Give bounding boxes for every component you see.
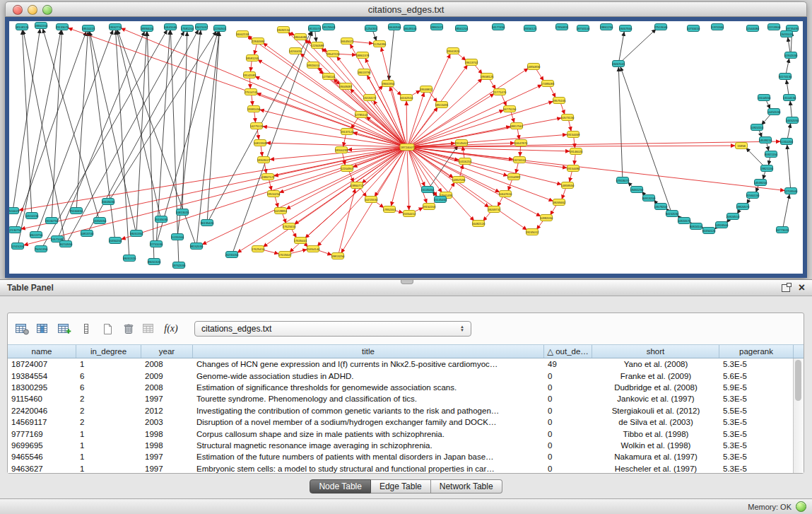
network-node[interactable]: 13104130 [783, 95, 796, 101]
network-node[interactable]: 19575165 [553, 98, 566, 104]
network-node[interactable]: 10510130 [25, 213, 39, 219]
table-row[interactable]: 946554611997Estimation of the future num… [8, 451, 793, 462]
network-node[interactable]: 19245012 [526, 229, 539, 235]
network-node[interactable]: 16002159 [236, 31, 249, 37]
table-row[interactable]: 1872400712008Changes of HCN gene express… [8, 358, 793, 370]
network-node[interactable]: 10753410 [687, 25, 700, 32]
network-node[interactable]: 27514741 [245, 89, 258, 95]
network-node[interactable]: 86135420 [201, 220, 214, 226]
network-node[interactable]: 13104550 [758, 95, 771, 101]
table-mode-icon[interactable] [13, 320, 32, 337]
network-node[interactable]: 19467940 [619, 25, 632, 32]
network-node[interactable]: 12260501 [213, 25, 227, 32]
network-node[interactable]: 14859550 [561, 182, 575, 189]
network-node[interactable]: 14539210 [759, 137, 772, 144]
network-node[interactable]: 11220100 [171, 234, 184, 240]
new-column-icon[interactable] [56, 320, 74, 337]
network-node[interactable]: 14452030 [767, 109, 781, 115]
network-node[interactable]: 10982050 [540, 215, 553, 221]
network-node[interactable]: 10228851 [274, 208, 288, 214]
network-node[interactable]: 18059731 [488, 206, 501, 213]
network-node[interactable]: 12705540 [784, 188, 798, 194]
network-node[interactable]: 16775150 [503, 106, 517, 112]
network-node[interactable]: 98152030 [190, 243, 204, 250]
table-combobox[interactable]: citations_edges.txt ▲ ▼ [194, 321, 471, 337]
network-node[interactable]: 10647870 [514, 140, 528, 146]
scrollbar-thumb[interactable] [795, 360, 801, 401]
network-node[interactable]: 10924500 [715, 222, 729, 228]
network-node[interactable]: 10647610 [499, 191, 512, 197]
network-node[interactable]: 24177450 [492, 24, 505, 30]
network-node[interactable]: 13860712 [351, 182, 364, 189]
network-node[interactable]: 15352050 [93, 218, 107, 224]
network-node[interactable]: 18561204 [455, 25, 469, 32]
network-node[interactable]: 75051350 [35, 246, 48, 252]
network-node[interactable]: 18753100 [577, 25, 590, 32]
table-row[interactable]: 1830029562008Estimation of significance … [8, 382, 793, 393]
network-node[interactable]: 10813020 [176, 209, 189, 216]
network-node[interactable]: 17625410 [252, 246, 265, 252]
network-node[interactable]: 12260588 [311, 42, 324, 49]
table-row[interactable]: 977716911998Corpus callosum shape and si… [8, 428, 793, 439]
network-node[interactable]: 25160650 [70, 208, 83, 214]
network-node[interactable]: 15145450 [421, 187, 435, 193]
table-row[interactable]: 1938455462009Genome-wide association stu… [8, 370, 793, 381]
network-node[interactable]: 12130750 [9, 227, 22, 233]
network-node[interactable]: 23130750 [45, 218, 59, 224]
network-node[interactable]: 19661950 [382, 81, 395, 87]
network-node[interactable]: 20605030 [102, 199, 115, 205]
network-node[interactable]: 14539200 [754, 180, 767, 186]
network-node[interactable]: 19421057 [195, 24, 208, 30]
window-titlebar[interactable]: citations_edges.txt [5, 1, 807, 17]
network-node[interactable]: 94152030 [666, 211, 679, 217]
network-node[interactable]: 18920014 [307, 62, 320, 69]
network-node[interactable]: 11254390 [373, 41, 387, 47]
network-node[interactable]: 90210550 [59, 241, 73, 247]
network-node[interactable]: 17852401 [383, 206, 396, 213]
network-node[interactable]: 19820570 [736, 204, 750, 210]
column-header-title[interactable]: title [193, 345, 544, 358]
network-node[interactable]: 67919070 [616, 177, 630, 184]
panel-resize-handle[interactable] [401, 280, 413, 284]
network-node[interactable]: 15350200 [109, 238, 122, 244]
network-node[interactable]: 91560130 [746, 192, 760, 199]
network-node[interactable]: 18613790 [358, 69, 371, 76]
network-node[interactable]: 16645021 [341, 38, 354, 45]
network-node[interactable]: 19154469 [567, 132, 580, 138]
table-row[interactable]: 946362711997Embryonic stem cells: a mode… [8, 463, 793, 473]
network-node[interactable]: 19146020 [570, 148, 583, 155]
network-node[interactable]: 25165030 [155, 216, 168, 223]
network-node[interactable]: 14957590 [452, 177, 466, 183]
network-node[interactable]: 19762030 [172, 262, 186, 269]
network-node[interactable]: 15354412 [403, 211, 416, 217]
network-node[interactable]: 11254301 [365, 25, 378, 32]
network-node[interactable]: 18059462 [553, 199, 566, 206]
network-node[interactable]: 12204987 [507, 174, 521, 180]
network-node[interactable]: 13216102 [513, 157, 526, 163]
network-node[interactable]: 18581205 [246, 55, 259, 62]
network-node[interactable]: 51902030 [784, 52, 798, 59]
tab-network-table[interactable]: Network Table [431, 479, 502, 493]
network-node[interactable]: 13867121 [261, 174, 275, 180]
network-node[interactable]: 15145460 [434, 197, 447, 203]
network-node[interactable]: 12785103 [355, 112, 368, 118]
close-panel-icon[interactable]: × [799, 283, 805, 293]
network-node[interactable]: 19467041 [612, 61, 625, 67]
network-node[interactable]: 20924510 [726, 214, 740, 220]
network-node[interactable]: 19510023 [9, 208, 20, 214]
network-node[interactable]: 15145401 [455, 140, 469, 146]
network-node[interactable]: 19861021 [430, 24, 444, 30]
network-node[interactable]: 19356123 [524, 25, 537, 32]
column-header-out_de[interactable]: △ out_de… [544, 345, 592, 358]
network-node[interactable]: 19559812 [420, 86, 433, 93]
network-node[interactable]: 11544080 [746, 25, 760, 32]
table-row[interactable]: 969969511998Structural magnetic resonanc… [8, 440, 793, 451]
delete-column-icon[interactable] [77, 320, 95, 337]
network-node[interactable]: 19137124 [341, 129, 354, 135]
network-node[interactable]: 18604086 [294, 34, 307, 40]
network-node[interactable]: 18817561 [510, 123, 524, 129]
network-node[interactable]: 14200430 [289, 48, 302, 54]
network-node[interactable]: 13431020 [780, 31, 794, 37]
network-node[interactable]: 19154480 [567, 165, 580, 172]
network-node[interactable]: 19381056 [247, 106, 261, 112]
